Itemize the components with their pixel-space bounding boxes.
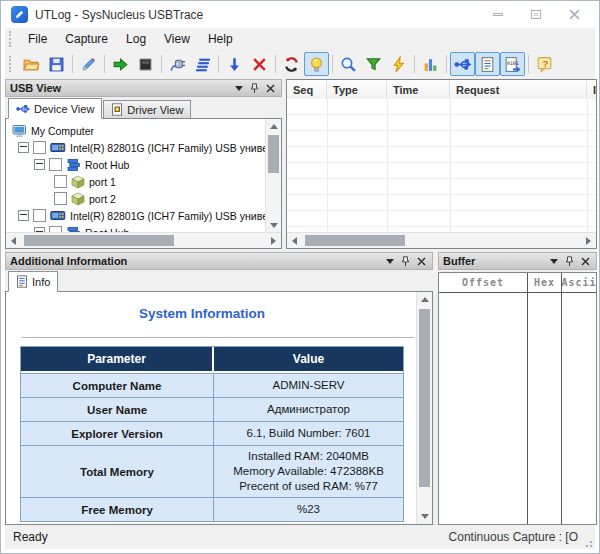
stop-capture-button[interactable] <box>133 52 158 76</box>
tab-device-view[interactable]: Device View <box>8 98 102 119</box>
buffer-panel: Buffer Offset Hex Ascii <box>438 252 597 525</box>
delete-button[interactable] <box>247 52 272 76</box>
usb-trident-icon <box>16 103 30 115</box>
info-view-toggle-button[interactable] <box>475 52 500 76</box>
tree-checkbox[interactable] <box>54 175 67 188</box>
tree-item-usb-controller-2[interactable]: Intel(R) 82801G (ICH7 Family) USB универ… <box>6 207 281 224</box>
grid-line <box>450 99 451 233</box>
buffer-column-offset: Offset <box>439 273 527 292</box>
buffer-hex-view[interactable]: Offset Hex Ascii <box>438 272 597 525</box>
minimize-button[interactable] <box>487 5 509 23</box>
collapse-icon[interactable] <box>18 142 29 153</box>
svg-text:0101: 0101 <box>507 59 519 65</box>
open-file-button[interactable] <box>19 52 44 76</box>
grid-line <box>561 273 562 524</box>
capture-list-horizontal-scrollbar[interactable] <box>287 232 596 248</box>
tree-item-port-2[interactable]: port 2 <box>6 190 281 207</box>
tree-vertical-scrollbar[interactable] <box>265 119 281 233</box>
scrollbar-thumb[interactable] <box>268 135 279 173</box>
tab-info[interactable]: Info <box>8 271 58 292</box>
toolbar-separator <box>72 55 73 73</box>
log-list-button[interactable] <box>190 52 215 76</box>
tree-item-usb-controller-1[interactable]: Intel(R) 82801G (ICH7 Family) USB универ… <box>6 139 281 156</box>
scroll-right-icon[interactable] <box>266 233 281 248</box>
menu-help[interactable]: Help <box>199 30 242 48</box>
zoom-button[interactable] <box>336 52 361 76</box>
column-io[interactable]: I/O <box>587 80 596 99</box>
save-button[interactable] <box>44 52 69 76</box>
pin-icon[interactable] <box>565 256 574 267</box>
column-request[interactable]: Request <box>450 80 587 99</box>
app-icon <box>11 6 28 23</box>
menubar-grip[interactable] <box>9 31 14 47</box>
info-vertical-scrollbar[interactable] <box>416 292 432 524</box>
column-time[interactable]: Time <box>387 80 450 99</box>
start-capture-button[interactable] <box>108 52 133 76</box>
refresh-button[interactable] <box>279 52 304 76</box>
tree-checkbox[interactable] <box>33 141 46 154</box>
menu-log[interactable]: Log <box>117 30 155 48</box>
grid-line <box>587 99 588 233</box>
pin-icon[interactable] <box>401 256 410 267</box>
tree-item-port-1[interactable]: port 1 <box>6 173 281 190</box>
scroll-down-icon[interactable] <box>417 509 432 524</box>
tree-item-root-hub-1[interactable]: Root Hub <box>6 156 281 173</box>
collapse-icon[interactable] <box>18 210 29 221</box>
tree-checkbox[interactable] <box>49 158 62 171</box>
info-doc-icon <box>479 56 496 73</box>
table-row: Computer Name ADMIN-SERV <box>21 373 403 397</box>
menu-file[interactable]: File <box>19 30 56 48</box>
scrollbar-thumb[interactable] <box>24 235 174 246</box>
lightbulb-icon <box>308 56 325 73</box>
tree-checkbox[interactable] <box>54 192 67 205</box>
resize-grip[interactable] <box>582 537 594 549</box>
scroll-up-icon[interactable] <box>266 119 281 134</box>
panel-menu-icon[interactable] <box>386 259 394 264</box>
close-panel-icon[interactable] <box>581 257 590 266</box>
header-parameter: Parameter <box>21 347 214 371</box>
plug-device-button[interactable] <box>165 52 190 76</box>
tree-label: port 2 <box>89 193 116 205</box>
help-button[interactable]: ? <box>532 52 557 76</box>
buffer-panel-header: Buffer <box>438 252 597 270</box>
toolbar-grip[interactable] <box>9 56 14 72</box>
pin-icon[interactable] <box>250 83 259 94</box>
panel-menu-icon[interactable] <box>235 86 243 91</box>
menu-capture[interactable]: Capture <box>56 30 117 48</box>
column-type[interactable]: Type <box>327 80 387 99</box>
close-panel-icon[interactable] <box>266 84 275 93</box>
tree-checkbox[interactable] <box>33 209 46 222</box>
statistics-button[interactable] <box>418 52 443 76</box>
collapse-icon[interactable] <box>34 159 45 170</box>
panel-menu-icon[interactable] <box>550 259 558 264</box>
maximize-icon <box>531 10 541 19</box>
tree-label: Root Hub <box>85 159 129 171</box>
menu-view[interactable]: View <box>155 30 199 48</box>
highlight-toggle-button[interactable] <box>304 52 329 76</box>
trigger-button[interactable] <box>386 52 411 76</box>
scrollbar-thumb[interactable] <box>305 235 405 246</box>
scroll-down-icon[interactable] <box>266 218 281 233</box>
scroll-up-icon[interactable] <box>417 292 432 307</box>
move-down-button[interactable] <box>222 52 247 76</box>
tree-item-my-computer[interactable]: My Computer <box>6 122 281 139</box>
scroll-left-icon[interactable] <box>287 233 302 248</box>
table-header-row: Parameter Value <box>21 347 403 373</box>
tree-horizontal-scrollbar[interactable] <box>6 232 281 248</box>
tab-driver-view[interactable]: Driver View <box>103 100 191 119</box>
close-button[interactable] <box>563 5 585 23</box>
title-bar[interactable]: UTLog - SysNucleus USBTrace <box>1 1 599 28</box>
column-seq[interactable]: Seq <box>287 80 327 99</box>
tab-driver-view-label: Driver View <box>127 104 183 116</box>
scrollbar-thumb[interactable] <box>419 309 430 487</box>
divider <box>22 337 414 338</box>
scroll-left-icon[interactable] <box>6 233 21 248</box>
maximize-button[interactable] <box>525 5 547 23</box>
usb-view-toggle-button[interactable] <box>450 52 475 76</box>
capture-list-body[interactable] <box>287 99 596 233</box>
edit-button[interactable] <box>76 52 101 76</box>
close-panel-icon[interactable] <box>417 257 426 266</box>
scroll-right-icon[interactable] <box>581 233 596 248</box>
buffer-view-toggle-button[interactable]: 0101 <box>500 52 525 76</box>
filter-button[interactable] <box>361 52 386 76</box>
